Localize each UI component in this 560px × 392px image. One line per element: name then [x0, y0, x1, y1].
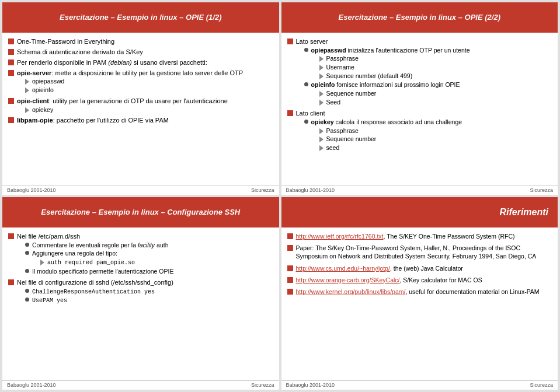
list-item: One-Time-Password in Everything [8, 37, 273, 46]
list-item: Lato client opiekey calcola il response … [287, 109, 552, 153]
list-item: Aggiungere una regola del tipo: auth req… [25, 250, 173, 267]
bullet-square-icon [287, 110, 293, 116]
sub-list: opiekey [17, 106, 228, 114]
list-item: auth required pam_opie.so [40, 258, 135, 267]
arrow-icon [319, 145, 324, 151]
reference-list: http://www.ietf.org/rfc/rfc1760.txt, The… [287, 232, 552, 296]
bullet-square-icon [287, 265, 293, 271]
bottom-left-list: Nel file /etc/pam.d/ssh Commentare le ev… [8, 232, 273, 305]
bullet-round-icon [25, 243, 29, 247]
list-item: http://www.orange-carb.org/SKeyCalc/, S/… [287, 276, 552, 284]
sub-sub-list: Sequence number Seed [311, 90, 460, 106]
list-item: opiekey [25, 106, 228, 114]
panel-bottom-right-footer: Babaoglu 2001-2010 Sicurezza [281, 380, 558, 390]
list-item: opieinfo fornisce informazioni sul pross… [304, 81, 470, 107]
top-right-list: Lato server opiepasswd inizializza l'aut… [287, 37, 552, 153]
list-item: Sequence number [319, 90, 460, 98]
panel-bottom-left-body: Nel file /etc/pam.d/ssh Commentare le ev… [2, 228, 279, 380]
panel-top-right-body: Lato server opiepasswd inizializza l'aut… [281, 33, 558, 186]
bullet-square-icon [287, 277, 293, 283]
arrow-icon [319, 74, 324, 79]
list-item: Il modulo specificato permette l'autenti… [25, 268, 173, 276]
list-item: UsePAM yes [25, 296, 173, 304]
panel-bottom-right-body: http://www.ietf.org/rfc/rfc1760.txt, The… [281, 228, 558, 380]
list-item: opiekey calcola il response associato ad… [304, 118, 462, 153]
bullet-square-icon [287, 38, 293, 44]
arrow-icon [319, 91, 324, 97]
list-item: Passphrase [319, 55, 470, 63]
panel-bottom-left: Esercitazione – Esempio in linux – Confi… [2, 197, 279, 390]
list-item: Lato server opiepasswd inizializza l'aut… [287, 37, 552, 107]
list-item: opie-client: utility per la generazione … [8, 97, 273, 114]
list-item: Username [319, 64, 470, 72]
sub-sub-list: auth required pam_opie.so [32, 258, 135, 267]
list-item: Commentare le eventuali regole per la fa… [25, 242, 173, 250]
bullet-square-icon [8, 38, 14, 44]
arrow-icon [25, 88, 29, 93]
panel-bottom-left-footer: Babaoglu 2001-2010 Sicurezza [2, 380, 279, 390]
bullet-square-icon [8, 117, 14, 123]
panel-top-left-header: Esercitazione – Esempio in linux – OPIE … [2, 2, 279, 33]
list-item: Seed [319, 99, 460, 107]
arrow-icon [319, 136, 324, 142]
list-item: http://www.cs.umd.edu/~harry/jotp/, the … [287, 264, 552, 272]
list-item: Passphrase [319, 127, 462, 135]
bullet-square-icon [8, 60, 14, 65]
list-item: Sequence number (default 499) [319, 72, 470, 80]
panel-bottom-right: Riferimenti http://www.ietf.org/rfc/rfc1… [281, 197, 558, 390]
list-item: libpam-opie: pacchetto per l'utilizzo di… [8, 116, 273, 125]
bullet-round-icon [25, 269, 29, 273]
arrow-icon [319, 65, 324, 71]
bullet-square-icon [8, 233, 14, 239]
list-item: opiepasswd [25, 78, 243, 86]
sub-sub-list: Passphrase Sequence number seed [311, 127, 462, 152]
sub-sub-list: Passphrase Username Sequence number (def… [311, 55, 470, 80]
list-item: Paper: The S/Key On-Time-Password System… [287, 244, 552, 260]
list-item: seed [319, 144, 462, 152]
panel-bottom-right-header: Riferimenti [281, 197, 558, 228]
list-item: Nel file /etc/pam.d/ssh Commentare le ev… [8, 232, 273, 276]
bullet-square-icon [8, 49, 14, 55]
bullet-round-icon [25, 298, 29, 302]
bullet-square-icon [287, 233, 293, 239]
sub-list: ChallengeResponseAuthentication yes UseP… [17, 288, 173, 304]
list-item: ChallengeResponseAuthentication yes [25, 288, 173, 296]
panel-top-right-header: Esercitazione – Esempio in linux – OPIE … [281, 2, 558, 33]
bullet-round-icon [304, 48, 308, 52]
top-left-list: One-Time-Password in Everything Schema d… [8, 37, 273, 125]
panel-top-left: Esercitazione – Esempio in linux – OPIE … [2, 2, 279, 195]
arrow-icon [319, 100, 324, 106]
list-item: http://www.ietf.org/rfc/rfc1760.txt, The… [287, 232, 552, 240]
arrow-icon [25, 79, 29, 85]
list-item: Nel file di configurazione di sshd (/etc… [8, 278, 273, 305]
arrow-icon [25, 107, 29, 113]
bullet-square-icon [8, 70, 14, 76]
panel-top-left-footer: Babaoglu 2001-2010 Sicurezza [2, 186, 279, 195]
sub-list: opiepasswd inizializza l'autenticazione … [296, 47, 470, 107]
bullet-square-icon [8, 98, 14, 104]
sub-list: Commentare le eventuali regole per la fa… [17, 242, 173, 276]
list-item: http://www.kernel.org/pub/linux/libs/pam… [287, 288, 552, 296]
sub-list: opiepasswd opieinfo [17, 78, 243, 94]
bullet-round-icon [304, 120, 308, 124]
bullet-round-icon [25, 289, 29, 293]
list-item: opie-server: mette a disposizione le uti… [8, 69, 273, 95]
bullet-round-icon [304, 82, 308, 86]
arrow-icon [319, 128, 324, 134]
panel-top-right-footer: Babaoglu 2001-2010 Sicurezza [281, 186, 558, 195]
list-item: Sequence number [319, 135, 462, 144]
list-item: Per renderlo disponibile in PAM (debian)… [8, 58, 273, 67]
bullet-square-icon [8, 279, 14, 285]
panel-top-left-body: One-Time-Password in Everything Schema d… [2, 33, 279, 186]
panel-top-right: Esercitazione – Esempio in linux – OPIE … [281, 2, 558, 195]
sub-list: opiekey calcola il response associato ad… [296, 118, 462, 153]
bullet-round-icon [25, 251, 29, 255]
list-item: Schema di autenticazione derivato da S/K… [8, 48, 273, 57]
arrow-icon [319, 56, 324, 62]
list-item: opieinfo [25, 86, 243, 94]
list-item: opiepasswd inizializza l'autenticazione … [304, 47, 470, 81]
arrow-icon [40, 260, 44, 265]
panel-bottom-left-header: Esercitazione – Esempio in linux – Confi… [2, 197, 279, 228]
bullet-square-icon [287, 289, 293, 295]
bullet-square-icon [287, 245, 293, 251]
